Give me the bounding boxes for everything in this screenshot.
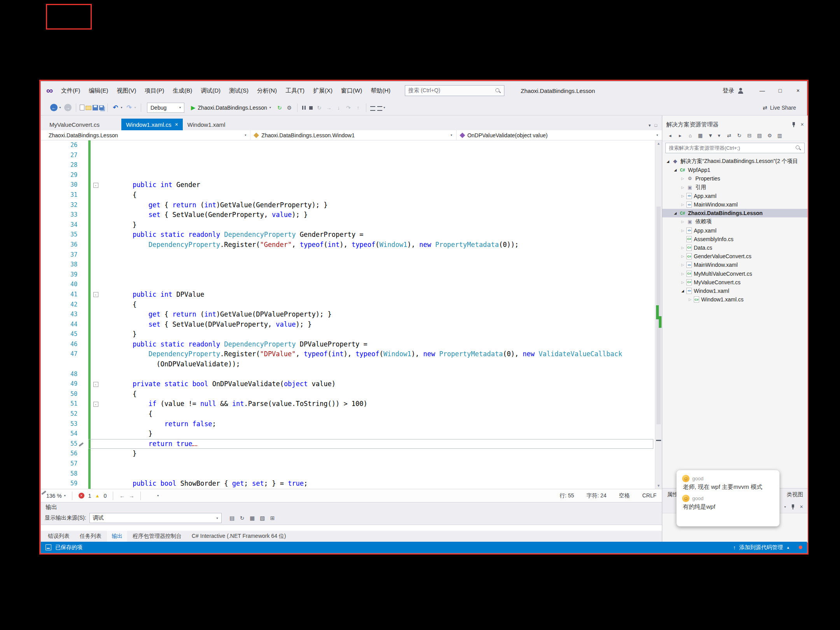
sign-in-button[interactable]: 登录 [723,87,744,94]
expander-icon[interactable]: ▷ [679,177,686,180]
tree-item[interactable]: ◢Window1.xaml [662,287,808,295]
breakpoint-margin[interactable] [41,190,62,200]
breakpoint-margin[interactable] [41,200,62,210]
tab-close-icon[interactable]: × [175,122,178,127]
undo-icon[interactable]: ↶ [111,103,120,112]
class-dropdown[interactable]: Zhaoxi.DataBindings.Lesson.Window1 ▾ [250,130,456,140]
code-line[interactable]: 52{ [41,409,655,419]
collapse-region-icon[interactable]: - [93,382,98,387]
breakpoint-margin[interactable] [41,250,62,260]
code-line[interactable]: 35public static readonly DependencyPrope… [41,230,655,240]
output-wrap-icon[interactable]: ↻ [238,513,247,523]
code-line[interactable]: 38 [41,260,655,270]
code-line[interactable]: 34} [41,220,655,230]
se-forward-icon[interactable]: ▸ [676,131,685,140]
save-icon[interactable] [93,105,98,110]
close-icon[interactable]: × [801,122,804,127]
save-all-icon[interactable] [99,105,104,110]
breakpoint-margin[interactable] [41,300,62,310]
step-out-icon[interactable]: ↑ [354,103,362,112]
code-line[interactable]: 40 [41,280,655,290]
edit-mode-icon[interactable] [147,493,153,499]
code-line[interactable]: 57 [41,459,655,469]
se-preview-icon[interactable]: ▥ [775,131,784,140]
tree-item[interactable]: ▷MainWindow.xaml [662,261,808,269]
active-files-caret-icon[interactable]: ▾ [649,123,651,128]
code-line[interactable]: 55return true [41,439,655,449]
code-line[interactable]: 56} [41,449,655,459]
tree-item[interactable]: ▷MyMultiValueConvert.cs [662,269,808,278]
tree-item[interactable]: AssemblyInfo.cs [662,235,808,243]
bottom-tab-输出[interactable]: 输出 [107,531,127,542]
minimize-button[interactable]: — [753,83,771,98]
code-line[interactable]: 30-public int Gender [41,180,655,190]
open-file-icon[interactable] [86,106,91,110]
expander-icon[interactable]: ◢ [672,168,679,172]
menu-item[interactable]: 扩展(X) [309,85,337,96]
error-icon[interactable]: × [79,493,84,499]
breakpoint-margin[interactable] [41,439,62,449]
code-line[interactable]: 51-if (value != null && int.Parse(value.… [41,399,655,409]
menu-item[interactable]: 帮助(H) [366,85,395,96]
menu-item[interactable]: 调试(D) [196,85,225,96]
tree-item[interactable]: ▷引用 [662,183,808,192]
close-icon[interactable]: × [800,504,803,509]
code-line[interactable]: 28 [41,160,655,170]
expander-icon[interactable]: ▷ [679,229,686,233]
expander-icon[interactable]: ▷ [679,263,686,267]
quick-search-box[interactable]: 搜索 (Ctrl+Q) [405,85,504,96]
breakpoint-margin[interactable] [41,260,62,270]
zoom-selector[interactable]: 136 % ▾ [46,493,66,499]
menu-item[interactable]: 项目(P) [140,85,168,96]
float-window-icon[interactable]: □ [654,123,657,128]
breakpoint-margin[interactable] [41,170,62,180]
menu-item[interactable]: 测试(S) [225,85,253,96]
maximize-button[interactable]: □ [771,83,789,98]
restart-icon[interactable]: ↻ [315,103,324,112]
code-line[interactable]: 29 [41,170,655,180]
output-clear-all-icon[interactable]: ▧ [258,513,267,523]
code-line[interactable]: 39 [41,270,655,280]
bottom-tab-程序包管理器控制台[interactable]: 程序包管理器控制台 [128,531,186,542]
breakpoint-margin[interactable] [41,449,62,459]
breakpoint-margin[interactable] [41,210,62,220]
breakpoint-margin[interactable] [41,419,62,429]
expander-icon[interactable]: ▷ [679,194,686,198]
breakpoint-margin[interactable] [41,310,62,320]
step-over-icon[interactable]: ↷ [344,103,353,112]
breakpoint-margin[interactable] [41,280,62,290]
breakpoint-margin[interactable] [41,340,62,350]
code-line[interactable]: 26 [41,140,655,150]
code-line[interactable]: 36DependencyProperty.Register("Gender", … [41,240,655,250]
indent-increase-icon[interactable] [377,105,383,111]
breakpoint-margin[interactable] [41,399,62,409]
tree-item[interactable]: ▷依赖项 [662,217,808,226]
code-editor[interactable]: 2627282930-public int Gender31{32get { r… [41,140,662,489]
show-next-statement-icon[interactable]: → [325,103,333,112]
se-filter-icon[interactable]: ▼ [706,131,715,140]
solution-explorer-search[interactable]: 搜索解决方案资源管理器(Ctrl+;) [665,143,805,153]
breakpoint-margin[interactable] [41,320,62,330]
undo-caret-icon[interactable]: ▾ [119,103,124,112]
attach-process-icon[interactable]: ⚙ [285,103,294,112]
code-line[interactable]: 33set { SetValue(GenderProperty, value);… [41,210,655,220]
se-sync-icon[interactable]: ⇄ [724,131,734,140]
scroll-up-icon[interactable]: ▲ [655,140,662,147]
se-switch-views-icon[interactable]: ▦ [696,131,705,140]
breakpoint-margin[interactable] [41,409,62,419]
code-line[interactable]: 54} [41,429,655,439]
code-line[interactable]: 48 [41,369,655,380]
se-show-all-files-icon[interactable]: ▤ [755,131,764,140]
code-line[interactable]: 27 [41,150,655,161]
expander-icon[interactable]: ▷ [679,203,686,206]
tree-item[interactable]: ◢WpfApp1 [662,166,808,174]
breakpoint-margin[interactable] [41,389,62,399]
code-line[interactable]: 59public bool ShowBorder { get; set; } =… [41,479,655,489]
expander-icon[interactable]: ◢ [679,289,686,293]
menu-item[interactable]: 生成(B) [168,85,196,96]
breakpoint-margin[interactable] [41,329,62,340]
navigate-backward-icon[interactable]: ← [50,104,58,111]
code-line[interactable]: 44set { SetValue(DPValueProperty, value)… [41,320,655,330]
menu-item[interactable]: 分析(N) [253,85,281,96]
pin-icon[interactable] [791,504,795,510]
